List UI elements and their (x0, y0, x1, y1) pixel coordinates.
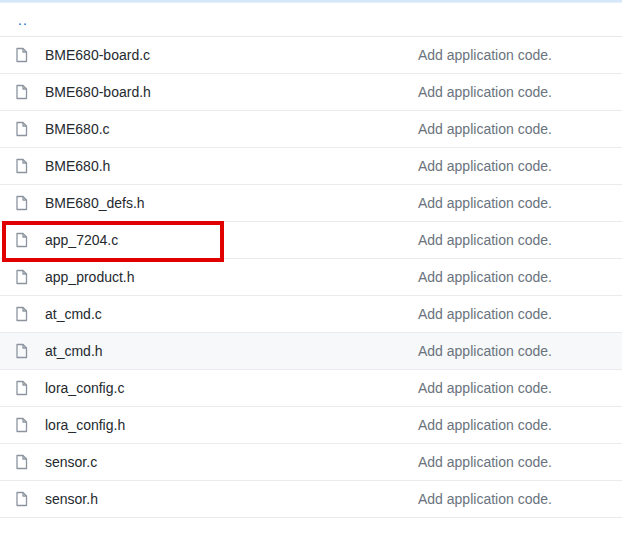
commit-message-link[interactable]: Add application code. (418, 158, 552, 174)
commit-message-link[interactable]: Add application code. (418, 343, 552, 359)
file-row: lora_config.c Add application code. (0, 370, 622, 407)
file-link[interactable]: sensor.c (45, 454, 97, 470)
file-icon (15, 454, 28, 470)
file-link[interactable]: BME680.c (45, 121, 110, 137)
file-icon (15, 84, 28, 100)
file-icon-cell (0, 380, 45, 396)
file-icon (15, 121, 28, 137)
file-browser-table: .. BME680-board.c Add application code. … (0, 0, 622, 518)
commit-message-link[interactable]: Add application code. (418, 269, 552, 285)
file-icon-cell (0, 306, 45, 322)
commit-message-link[interactable]: Add application code. (418, 47, 552, 63)
file-icon (15, 47, 28, 63)
file-icon (15, 491, 28, 507)
file-link[interactable]: BME680.h (45, 158, 110, 174)
file-row: BME680.c Add application code. (0, 111, 622, 148)
parent-directory-link[interactable]: .. (18, 12, 28, 28)
file-rows-container: BME680-board.c Add application code. BME… (0, 37, 622, 518)
file-icon-cell (0, 47, 45, 63)
file-row: BME680-board.c Add application code. (0, 37, 622, 74)
file-icon-cell (0, 195, 45, 211)
file-row: at_cmd.h Add application code. (0, 333, 622, 370)
commit-message-link[interactable]: Add application code. (418, 454, 552, 470)
commit-message-link[interactable]: Add application code. (418, 121, 552, 137)
file-icon (15, 380, 28, 396)
file-row: at_cmd.c Add application code. (0, 296, 622, 333)
file-row: BME680-board.h Add application code. (0, 74, 622, 111)
commit-message-link[interactable]: Add application code. (418, 491, 552, 507)
commit-message-link[interactable]: Add application code. (418, 84, 552, 100)
file-icon (15, 417, 28, 433)
file-icon-cell (0, 269, 45, 285)
file-link[interactable]: lora_config.h (45, 417, 125, 433)
file-link[interactable]: at_cmd.c (45, 306, 102, 322)
file-row: BME680.h Add application code. (0, 148, 622, 185)
file-row: lora_config.h Add application code. (0, 407, 622, 444)
file-icon (15, 269, 28, 285)
file-row: BME680_defs.h Add application code. (0, 185, 622, 222)
file-link[interactable]: app_product.h (45, 269, 135, 285)
file-link[interactable]: app_7204.c (45, 232, 118, 248)
file-row: sensor.c Add application code. (0, 444, 622, 481)
file-icon-cell (0, 491, 45, 507)
file-icon (15, 343, 28, 359)
file-icon (15, 195, 28, 211)
file-icon (15, 158, 28, 174)
file-icon-cell (0, 158, 45, 174)
commit-message-link[interactable]: Add application code. (418, 195, 552, 211)
file-icon-cell (0, 417, 45, 433)
file-icon-cell (0, 343, 45, 359)
file-link[interactable]: BME680-board.h (45, 84, 151, 100)
file-icon (15, 232, 28, 248)
file-icon (15, 306, 28, 322)
file-icon-cell (0, 121, 45, 137)
file-row: sensor.h Add application code. (0, 481, 622, 518)
file-row: app_product.h Add application code. (0, 259, 622, 296)
file-link[interactable]: BME680_defs.h (45, 195, 145, 211)
commit-message-link[interactable]: Add application code. (418, 380, 552, 396)
parent-directory-row[interactable]: .. (0, 3, 622, 37)
commit-message-link[interactable]: Add application code. (418, 417, 552, 433)
file-icon-cell (0, 232, 45, 248)
file-link[interactable]: sensor.h (45, 491, 98, 507)
file-link[interactable]: at_cmd.h (45, 343, 103, 359)
file-link[interactable]: BME680-board.c (45, 47, 150, 63)
file-icon-cell (0, 454, 45, 470)
commit-message-link[interactable]: Add application code. (418, 232, 552, 248)
commit-message-link[interactable]: Add application code. (418, 306, 552, 322)
file-icon-cell (0, 84, 45, 100)
file-link[interactable]: lora_config.c (45, 380, 124, 396)
file-row: app_7204.c Add application code. (0, 222, 622, 259)
